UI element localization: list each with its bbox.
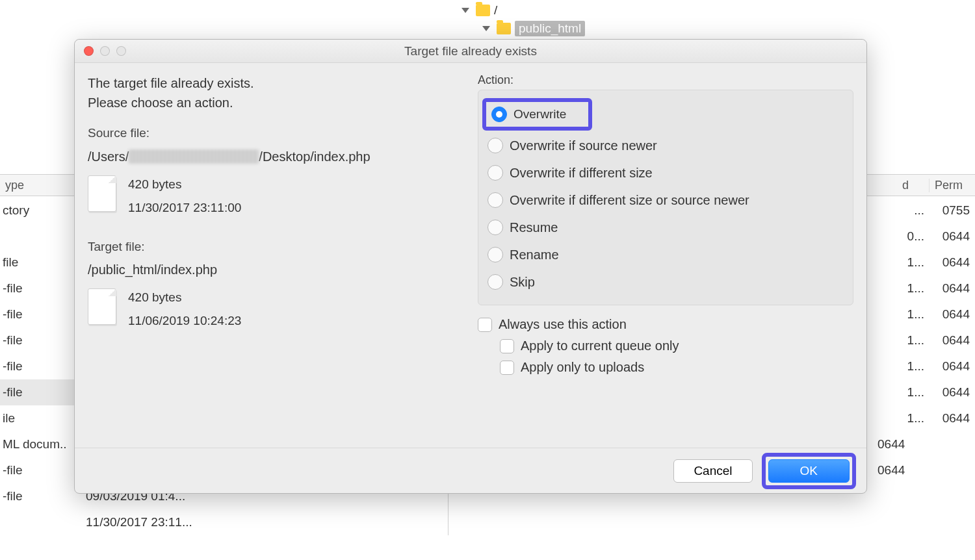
- radio-icon[interactable]: [488, 274, 503, 290]
- check-always-label: Always use this action: [499, 317, 627, 332]
- target-file-block: 420 bytes 11/06/2019 10:24:23: [88, 286, 458, 333]
- chevron-down-icon[interactable]: [462, 8, 469, 13]
- file-icon: [88, 288, 116, 325]
- check-always[interactable]: Always use this action: [478, 317, 853, 332]
- dialog-footer: Cancel OK: [75, 448, 866, 493]
- overwrite-dialog: Target file already exists The target fi…: [74, 39, 867, 494]
- checkbox-group: Always use this action Apply to current …: [478, 317, 853, 375]
- action-panel: Action: OverwriteOverwrite if source new…: [478, 73, 853, 448]
- radio-overwrite-if-different-size-or-source-newer[interactable]: Overwrite if different size or source ne…: [488, 186, 844, 214]
- radio-label: Skip: [510, 275, 535, 290]
- radio-label: Resume: [510, 220, 558, 235]
- source-path: /Users/ /Desktop/index.php: [88, 147, 458, 166]
- dialog-title: Target file already exists: [75, 44, 866, 58]
- radio-group: OverwriteOverwrite if source newerOverwr…: [478, 90, 853, 305]
- remote-tree: / public_html: [0, 0, 975, 39]
- check-queue-label: Apply to current queue only: [521, 338, 679, 353]
- redacted-username: [129, 149, 259, 164]
- tree-root-label: /: [494, 3, 497, 18]
- checkbox-icon[interactable]: [478, 318, 492, 332]
- radio-icon[interactable]: [488, 220, 503, 235]
- col-right-d[interactable]: d: [897, 179, 930, 192]
- ok-highlight: OK: [762, 453, 856, 489]
- intro-line-1: The target file already exists.: [88, 73, 458, 93]
- file-info-panel: The target file already exists. Please c…: [88, 73, 458, 448]
- target-path: /public_html/index.php: [88, 260, 458, 279]
- target-date: 11/06/2019 10:24:23: [128, 309, 241, 333]
- check-uploads-label: Apply only to uploads: [521, 360, 644, 375]
- radio-icon[interactable]: [488, 165, 503, 181]
- folder-icon: [476, 5, 490, 16]
- radio-label: Rename: [510, 248, 559, 262]
- source-size: 420 bytes: [128, 173, 241, 196]
- source-path-prefix: /Users/: [88, 147, 129, 166]
- file-icon: [88, 175, 116, 212]
- tree-row-child[interactable]: public_html: [482, 19, 585, 38]
- radio-label: Overwrite if different size or source ne…: [510, 193, 749, 208]
- radio-label: Overwrite if different size: [510, 166, 653, 181]
- chevron-down-icon[interactable]: [482, 26, 490, 31]
- check-queue[interactable]: Apply to current queue only: [500, 338, 853, 353]
- radio-overwrite-if-different-size[interactable]: Overwrite if different size: [488, 159, 844, 186]
- dialog-titlebar[interactable]: Target file already exists: [75, 40, 866, 63]
- radio-label: Overwrite: [514, 107, 566, 121]
- ok-button[interactable]: OK: [768, 459, 850, 483]
- check-uploads[interactable]: Apply only to uploads: [500, 360, 853, 375]
- radio-skip[interactable]: Skip: [488, 268, 844, 296]
- source-path-suffix: /Desktop/index.php: [259, 147, 370, 166]
- source-label: Source file:: [88, 124, 458, 143]
- col-left-type[interactable]: ype: [0, 179, 78, 192]
- radio-label: Overwrite if source newer: [510, 138, 657, 153]
- target-label: Target file:: [88, 238, 458, 257]
- radio-icon[interactable]: [488, 247, 503, 262]
- action-label: Action:: [478, 73, 853, 87]
- target-size: 420 bytes: [128, 286, 241, 309]
- source-date: 11/30/2017 23:11:00: [128, 196, 241, 220]
- tree-child-label: public_html: [515, 21, 585, 36]
- source-file-block: 420 bytes 11/30/2017 23:11:00: [88, 173, 458, 220]
- intro-line-2: Please choose an action.: [88, 93, 458, 112]
- radio-resume[interactable]: Resume: [488, 214, 844, 241]
- cancel-button[interactable]: Cancel: [673, 459, 752, 483]
- checkbox-icon[interactable]: [500, 339, 514, 353]
- radio-rename[interactable]: Rename: [488, 241, 844, 268]
- tree-row-root[interactable]: /: [462, 1, 585, 19]
- list-item[interactable]: 11/30/2017 23:11...: [0, 509, 448, 535]
- col-right-perm[interactable]: Perm: [930, 179, 975, 192]
- radio-icon[interactable]: [491, 107, 507, 122]
- radio-icon[interactable]: [488, 138, 503, 153]
- radio-overwrite-if-source-newer[interactable]: Overwrite if source newer: [488, 132, 844, 159]
- folder-icon: [497, 23, 511, 34]
- checkbox-icon[interactable]: [500, 361, 514, 375]
- radio-overwrite[interactable]: Overwrite: [488, 97, 844, 132]
- radio-icon[interactable]: [488, 192, 503, 208]
